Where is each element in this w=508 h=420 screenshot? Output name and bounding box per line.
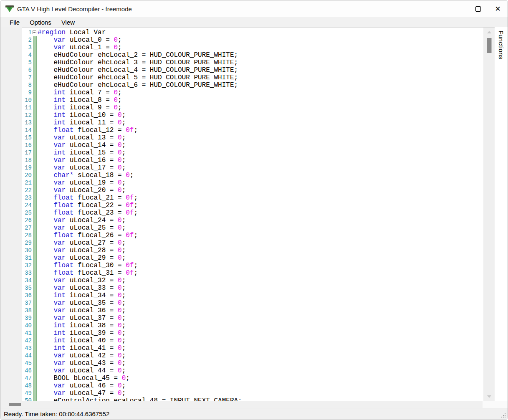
code-line: 34 var uLocal_32 = 0; [22,277,483,284]
code-text: int iLocal_9 = 0; [38,104,122,111]
code-line: 47 BOOL bLocal_45 = 0; [22,374,483,382]
code-text: var uLocal_13 = 0; [38,134,126,142]
menu-file[interactable]: File [5,17,25,27]
close-icon: ✕ [495,5,500,13]
horizontal-scrollbar[interactable] [0,401,508,408]
code-text: var uLocal_27 = 0; [38,239,126,247]
change-marker-margin [32,239,38,247]
code-line: 33 float fLocal_31 = 0f; [22,269,483,277]
status-bar: Ready. Time taken: 00:00:44.6367552 [0,408,508,420]
scroll-down-icon[interactable] [487,395,491,398]
code-text: float fLocal_30 = 0f; [38,262,138,269]
change-marker-margin [32,217,38,224]
change-marker-margin [32,89,38,96]
code-text: var uLocal_47 = 0; [38,390,126,397]
vertical-scrollbar[interactable] [483,27,495,401]
change-marker-margin [32,307,38,314]
code-text: int iLocal_41 = 0; [38,344,126,352]
line-number: 15 [22,134,32,142]
horizontal-scroll-thumb[interactable] [9,403,21,406]
code-line: 16 var uLocal_14 = 0; [22,142,483,149]
code-text: var uLocal_16 = 0; [38,157,126,164]
vertical-scroll-thumb[interactable] [487,38,491,53]
code-text: float fLocal_23 = 0f; [38,209,138,217]
code-text: var uLocal_42 = 0; [38,352,126,359]
code-line: 49 var uLocal_47 = 0; [22,390,483,397]
change-marker-margin [32,44,38,51]
minimize-button[interactable] [449,0,468,17]
window-controls: ✕ [449,0,508,17]
line-number: 40 [22,322,32,329]
code-text: #region Local Var [38,29,106,36]
change-marker-margin [32,397,38,401]
code-line: 10 int iLocal_8 = 0; [22,96,483,104]
horizontal-scroll-track[interactable] [0,401,483,408]
line-number: 21 [22,179,32,187]
code-line: 41 int iLocal_39 = 0; [22,329,483,337]
change-marker-margin [32,164,38,172]
line-number: 46 [22,367,32,374]
line-number: 25 [22,209,32,217]
code-line: 14 float fLocal_12 = 0f; [22,127,483,134]
code-line: 43 int iLocal_41 = 0; [22,344,483,352]
code-line: 27 var uLocal_25 = 0; [22,224,483,232]
scroll-up-icon[interactable] [487,31,491,33]
code-text: var uLocal_0 = 0; [38,36,122,44]
code-text: float fLocal_26 = 0f; [38,232,138,239]
code-line: 23 float fLocal_21 = 0f; [22,194,483,202]
change-marker-margin [32,66,38,74]
line-number: 16 [22,142,32,149]
menu-bar: File Options View [0,17,508,27]
fold-collapse-icon[interactable] [33,30,36,34]
code-text: var uLocal_36 = 0; [38,307,126,314]
line-number: 19 [22,164,32,172]
line-number: 48 [22,382,32,390]
change-marker-margin [32,232,38,239]
change-marker-margin [32,127,38,134]
code-line: 42 int iLocal_40 = 0; [22,337,483,344]
fold-margin [32,29,38,36]
code-text: int iLocal_10 = 0; [38,111,126,119]
code-text: var uLocal_17 = 0; [38,164,126,172]
code-text: var uLocal_25 = 0; [38,224,126,232]
functions-panel-tab[interactable]: Functions [498,30,505,60]
line-number: 18 [22,157,32,164]
resize-grip-icon[interactable] [500,412,505,417]
code-line: 19 var uLocal_17 = 0; [22,164,483,172]
line-number: 30 [22,247,32,254]
change-marker-margin [32,390,38,397]
close-button[interactable]: ✕ [488,0,508,17]
change-marker-margin [32,247,38,254]
line-number: 37 [22,299,32,307]
change-marker-margin [32,172,38,179]
code-line: 36 int iLocal_34 = 0; [22,292,483,299]
line-number: 33 [22,269,32,277]
code-text: int iLocal_40 = 0; [38,337,126,344]
code-line: 18 var uLocal_16 = 0; [22,157,483,164]
code-text: eHudColour ehcLocal_5 = HUD_COLOUR_PURE_… [38,74,238,81]
maximize-button[interactable] [468,0,488,17]
code-line: 45 var uLocal_43 = 0; [22,359,483,367]
code-text: var uLocal_44 = 0; [38,367,126,374]
code-line: 44 var uLocal_42 = 0; [22,352,483,359]
code-line: 11 int iLocal_9 = 0; [22,104,483,111]
line-number: 14 [22,127,32,134]
line-number: 41 [22,329,32,337]
change-marker-margin [32,284,38,292]
change-marker-margin [32,224,38,232]
menu-view[interactable]: View [56,17,80,27]
change-marker-margin [32,142,38,149]
code-line: 40 int iLocal_38 = 0; [22,322,483,329]
change-marker-margin [32,59,38,66]
change-marker-margin [32,292,38,299]
code-line: 20 char* sLocal_18 = 0; [22,172,483,179]
code-text: float fLocal_31 = 0f; [38,269,138,277]
code-line: 25 float fLocal_23 = 0f; [22,209,483,217]
line-number: 31 [22,254,32,262]
code-area[interactable]: 1#region Local Var2 var uLocal_0 = 0;3 v… [22,27,483,401]
title-bar[interactable]: GTA V High Level Decompiler - freemode ✕ [0,0,508,17]
change-marker-margin [32,382,38,390]
code-text: var uLocal_33 = 0; [38,284,126,292]
change-marker-margin [32,179,38,187]
menu-options[interactable]: Options [25,17,56,27]
